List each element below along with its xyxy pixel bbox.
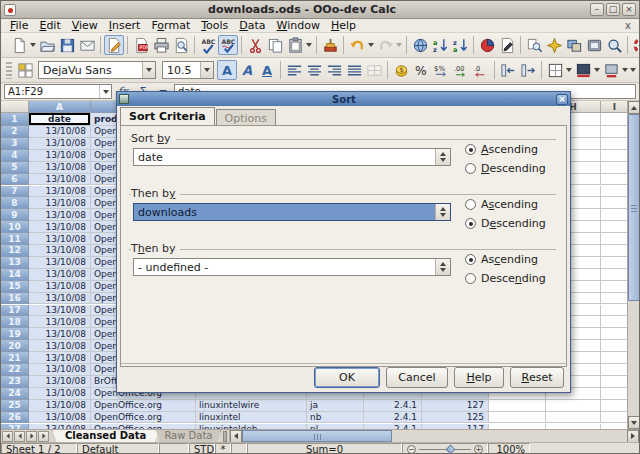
print-icon[interactable] (151, 35, 171, 55)
cell-F26[interactable]: 125 (422, 412, 489, 424)
spellcheck-icon[interactable]: ABC (198, 35, 218, 55)
row-header-2[interactable]: 2 (1, 126, 29, 138)
save-icon[interactable] (57, 35, 77, 55)
cell-I19[interactable] (601, 328, 629, 340)
zoom-slider[interactable]: − + (402, 443, 488, 454)
scroll-down-button[interactable] (628, 416, 640, 429)
cell-I12[interactable] (601, 245, 629, 257)
cell-I16[interactable] (601, 293, 629, 305)
cell-I25[interactable] (601, 400, 629, 412)
descending-radio-1[interactable]: Descending (465, 162, 546, 175)
insert-chart-icon[interactable] (477, 35, 497, 55)
cell-I4[interactable] (601, 150, 629, 162)
cell-A26[interactable]: 13/10/08 (29, 412, 91, 424)
row-header-1[interactable]: 1 (1, 113, 29, 126)
cell-I8[interactable] (601, 197, 629, 209)
cell-I11[interactable] (601, 233, 629, 245)
ascending-radio-3[interactable]: Ascending (465, 253, 538, 266)
first-sheet-button[interactable] (2, 431, 13, 442)
hyperlink-icon[interactable] (410, 35, 430, 55)
open-icon[interactable] (37, 35, 57, 55)
background-color-icon[interactable] (573, 60, 593, 80)
cell-A5[interactable]: 13/10/08 (29, 162, 91, 174)
dialog-tab-sort-criteria[interactable]: Sort Criteria (120, 107, 215, 125)
cell-A12[interactable]: 13/10/08 (29, 245, 91, 257)
cell-A7[interactable]: 13/10/08 (29, 186, 91, 198)
cell-A23[interactable]: 13/10/08 (29, 376, 91, 388)
navigator-icon[interactable] (544, 35, 564, 55)
delete-decimal-icon[interactable]: .0 (471, 60, 491, 80)
borders-icon[interactable] (545, 60, 565, 80)
cell-A3[interactable]: 13/10/08 (29, 138, 91, 150)
close-button[interactable]: × (622, 3, 636, 16)
zoom-slider-handle[interactable] (446, 444, 456, 454)
combo-spin-icon[interactable] (435, 149, 450, 165)
row-header-8[interactable]: 8 (1, 197, 29, 209)
cell-A24[interactable]: 13/10/08 (29, 388, 91, 400)
tab-splitter-handle[interactable] (223, 431, 227, 442)
reset-button[interactable]: Reset (510, 367, 564, 388)
scroll-left-button[interactable] (230, 430, 242, 443)
sort-descending-icon[interactable]: za (450, 35, 470, 55)
column-header-A[interactable]: A (29, 101, 91, 113)
dialog-close-icon[interactable]: × (556, 94, 568, 105)
menu-edit[interactable]: Edit (34, 19, 65, 32)
auto-spellcheck-icon[interactable]: ABC (218, 35, 238, 55)
underline-icon[interactable]: A (257, 60, 277, 80)
row-header-24[interactable]: 24 (1, 388, 29, 400)
menu-window[interactable]: Window (272, 19, 325, 32)
menu-help[interactable]: Help (326, 19, 361, 32)
email-icon[interactable] (77, 35, 97, 55)
ascending-radio-2[interactable]: Ascending (465, 198, 538, 211)
percent-icon[interactable]: % (411, 60, 431, 80)
sort-field-combo-2[interactable]: downloads (133, 203, 451, 221)
cell-A10[interactable]: 13/10/08 (29, 221, 91, 233)
combo-spin-icon[interactable] (435, 204, 450, 220)
document-close-icon[interactable]: x (625, 20, 635, 31)
row-header-21[interactable]: 21 (1, 352, 29, 364)
new-document-icon[interactable] (9, 35, 29, 55)
cell-I13[interactable] (601, 257, 629, 269)
cell-A20[interactable]: 13/10/08 (29, 340, 91, 352)
chevron-down-icon[interactable] (99, 85, 111, 98)
column-header-I[interactable]: I (601, 101, 629, 113)
cell-D25[interactable]: ja (307, 400, 364, 412)
bold-icon[interactable]: A (217, 60, 237, 80)
align-left-icon[interactable] (284, 60, 304, 80)
cell-A17[interactable]: 13/10/08 (29, 305, 91, 317)
cell-I5[interactable] (601, 162, 629, 174)
chevron-down-icon[interactable] (200, 62, 213, 78)
cell-I20[interactable] (601, 340, 629, 352)
help-button[interactable]: Help (454, 367, 504, 388)
cancel-button[interactable]: Cancel (386, 367, 448, 388)
row-header-19[interactable]: 19 (1, 328, 29, 340)
row-header-23[interactable]: 23 (1, 376, 29, 388)
add-decimal-icon[interactable]: .00 (451, 60, 471, 80)
font-name-combo[interactable]: DejaVu Sans (38, 61, 156, 79)
vertical-scroll-thumb[interactable] (628, 114, 640, 301)
cell-I7[interactable] (601, 186, 629, 198)
sort-field-combo-1[interactable]: date (133, 148, 451, 166)
descending-radio-3[interactable]: Descending (465, 272, 546, 285)
previous-sheet-button[interactable] (14, 431, 25, 442)
redo-dropdown-icon[interactable] (395, 35, 403, 55)
row-header-6[interactable]: 6 (1, 174, 29, 186)
export-pdf-icon[interactable]: PDF (131, 35, 151, 55)
row-header-3[interactable]: 3 (1, 138, 29, 150)
row-header-9[interactable]: 9 (1, 209, 29, 221)
redo-icon[interactable] (375, 35, 395, 55)
sort-field-combo-3[interactable]: - undefined - (133, 258, 451, 276)
cell-B25[interactable]: OpenOffice.org (91, 400, 196, 412)
cell-D26[interactable]: nb (307, 412, 364, 424)
edit-file-icon[interactable] (104, 35, 124, 55)
cell-I6[interactable] (601, 174, 629, 186)
cell-A15[interactable]: 13/10/08 (29, 281, 91, 293)
zoom-out-icon[interactable]: − (407, 445, 416, 454)
cell-H25[interactable] (546, 400, 601, 412)
cell-I17[interactable] (601, 305, 629, 317)
styles-window-icon[interactable] (15, 60, 35, 80)
row-header-18[interactable]: 18 (1, 316, 29, 328)
decrease-indent-icon[interactable] (498, 60, 518, 80)
row-header-20[interactable]: 20 (1, 340, 29, 352)
cell-I2[interactable] (601, 126, 629, 138)
